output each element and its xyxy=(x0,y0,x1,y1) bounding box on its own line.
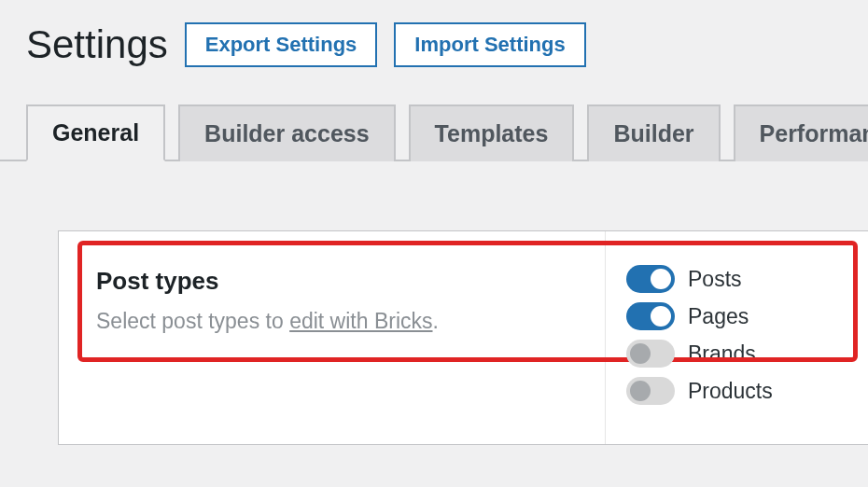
tab-templates[interactable]: Templates xyxy=(409,104,575,161)
post-type-row-pages: Pages xyxy=(626,302,849,330)
tab-performance[interactable]: Performance xyxy=(734,104,868,161)
toggle-pages[interactable] xyxy=(626,302,675,330)
tab-builder[interactable]: Builder xyxy=(587,104,720,161)
toggle-brands[interactable] xyxy=(626,340,675,368)
post-type-row-products: Products xyxy=(626,377,849,405)
toggle-label-brands: Brands xyxy=(688,341,756,367)
page-title: Settings xyxy=(26,22,168,67)
tab-general[interactable]: General xyxy=(26,104,165,161)
post-type-row-brands: Brands xyxy=(626,340,849,368)
settings-tabs: General Builder access Templates Builder… xyxy=(0,77,868,161)
toggle-posts[interactable] xyxy=(626,265,675,293)
section-description: Select post types to edit with Bricks. xyxy=(96,309,567,334)
section-desc-prefix: Select post types to xyxy=(96,309,289,333)
import-settings-button[interactable]: Import Settings xyxy=(394,22,585,67)
toggle-label-products: Products xyxy=(688,379,773,404)
toggle-products[interactable] xyxy=(626,377,675,405)
section-title: Post types xyxy=(96,267,567,296)
tab-builder-access[interactable]: Builder access xyxy=(178,104,396,161)
section-desc-suffix: . xyxy=(433,309,439,333)
settings-header: Settings Export Settings Import Settings xyxy=(0,0,868,77)
edit-with-bricks-link[interactable]: edit with Bricks xyxy=(289,309,432,333)
toggle-label-pages: Pages xyxy=(688,304,749,329)
export-settings-button[interactable]: Export Settings xyxy=(185,22,378,67)
post-types-panel: Post types Select post types to edit wit… xyxy=(58,230,868,445)
toggle-label-posts: Posts xyxy=(688,267,742,292)
post-type-row-posts: Posts xyxy=(626,265,849,293)
